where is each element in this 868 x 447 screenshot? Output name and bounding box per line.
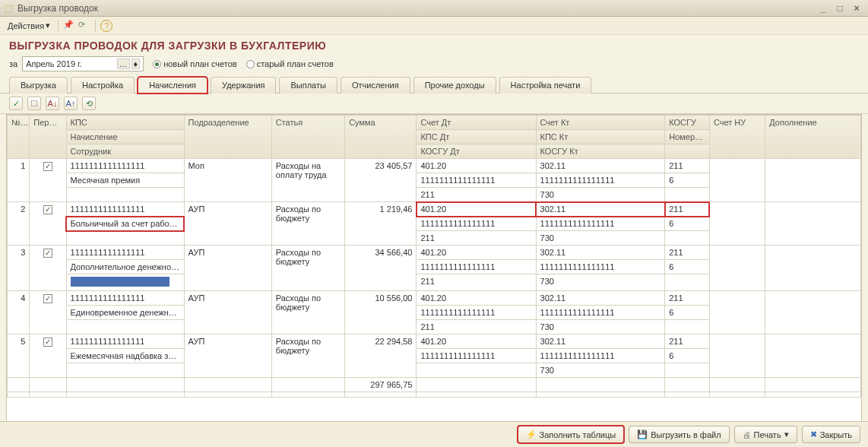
refresh-icon[interactable]: ⟳ — [78, 20, 90, 32]
tab-deductions[interactable]: Удержания — [211, 77, 276, 94]
tab-other-income[interactable]: Прочие доходы — [413, 77, 496, 94]
table-row[interactable]: 1 1111111111111111 Моп Расходы на оплату… — [8, 159, 861, 173]
tab-allocations[interactable]: Отчисления — [341, 77, 410, 94]
cell-kpsdt: 1111111111111111 — [417, 217, 536, 231]
save-icon: 💾 — [637, 430, 648, 439]
col-nomzh[interactable]: Номер журнала — [665, 130, 710, 144]
data-grid[interactable]: № п/п Перенос КПС Подразделение Статья С… — [6, 114, 862, 422]
cell-kt: 302.11 — [536, 159, 665, 173]
col-num[interactable]: № п/п — [8, 116, 30, 159]
col-kpsdt[interactable]: КПС Дт — [417, 130, 536, 144]
cell-nomzh: 6 — [665, 217, 710, 231]
cell-perenos[interactable] — [30, 246, 66, 291]
cell-nu — [709, 291, 765, 334]
cell-empty — [665, 274, 710, 291]
col-sotr[interactable]: Сотрудник — [66, 144, 184, 159]
radio-old-plan[interactable]: старый план счетов — [246, 59, 334, 68]
cell-pod: АУП — [184, 334, 271, 378]
cell-kpsdt: 1111111111111111 — [417, 349, 536, 363]
col-kt[interactable]: Счет Кт — [536, 116, 665, 130]
cell-kpsdt: 1111111111111111 — [417, 306, 536, 320]
help-icon[interactable]: ? — [100, 20, 112, 32]
uncheck-all-icon[interactable]: ☐ — [27, 97, 41, 110]
cell-kt: 302.11 — [536, 246, 665, 260]
table-toolbar: ✓ ☐ A↓ A↑ ⟲ — [0, 94, 868, 114]
cell-pod: АУП — [184, 291, 271, 334]
col-stat[interactable]: Статья — [271, 116, 344, 159]
radio-new-plan[interactable]: новый план счетов — [153, 59, 237, 68]
pin-icon[interactable]: 📌 — [63, 20, 75, 32]
window-title: Выгрузка проводок — [17, 3, 98, 14]
cell-nach: Единовременное денежное... — [66, 306, 184, 320]
col-podr[interactable]: Подразделение — [184, 116, 271, 159]
cell-dop — [765, 159, 861, 202]
cell-dop — [765, 246, 861, 291]
cell-kosgukt: 730 — [536, 363, 665, 378]
cell-kps: 1111111111111111 — [66, 159, 184, 173]
cell-dop — [765, 291, 861, 334]
close-window-button[interactable]: × — [850, 3, 863, 14]
cell-dt: 401.20 — [417, 159, 536, 173]
actions-menu[interactable]: Действия ▾ — [5, 19, 53, 32]
cell-perenos[interactable] — [30, 159, 66, 202]
cell-nach: Ежемесячная надбавка за ... — [66, 349, 184, 363]
cell-dt: 401.20 — [417, 334, 536, 349]
cell-nomzh: 6 — [665, 173, 710, 188]
minimize-button[interactable]: _ — [816, 3, 830, 14]
tab-export[interactable]: Выгрузка — [9, 77, 68, 94]
table-row[interactable]: 3 1111111111111111 АУП Расходы по бюджет… — [8, 246, 861, 260]
cell-kosgukt: 730 — [536, 320, 665, 334]
fill-tables-button[interactable]: ⚡ Заполнить таблицы — [518, 426, 625, 443]
print-button[interactable]: 🖨 Печать ▾ — [734, 426, 797, 443]
col-kpskt[interactable]: КПС Кт — [536, 130, 665, 144]
cell-nach: Больничный за счет работо... — [66, 217, 184, 231]
col-nu[interactable]: Счет НУ — [709, 116, 765, 159]
cell-pod: АУП — [184, 202, 271, 246]
cell-perenos[interactable] — [30, 202, 66, 246]
check-all-icon[interactable]: ✓ — [9, 97, 23, 110]
period-input[interactable]: Апрель 2019 г. … ♦ — [22, 56, 144, 71]
col-kosgu[interactable]: КОСГУ — [665, 116, 710, 130]
col-kosgudt[interactable]: КОСГУ Дт — [417, 144, 536, 159]
cell-kps: 1111111111111111 — [66, 202, 184, 217]
cell-kt: 302.11 — [536, 334, 665, 349]
col-sum[interactable]: Сумма — [345, 116, 417, 159]
col-perenos[interactable]: Перенос — [30, 116, 66, 159]
checkbox-icon — [43, 294, 52, 303]
close-icon: ✖ — [810, 430, 817, 439]
sort-asc-icon[interactable]: A↓ — [46, 97, 59, 110]
col-dop[interactable]: Дополнение — [765, 116, 861, 159]
table-row[interactable]: 5 1111111111111111 АУП Расходы по бюджет… — [8, 334, 861, 349]
cell-num: 5 — [8, 334, 30, 378]
cell-sotr — [66, 274, 184, 291]
cell-sum: 23 405,57 — [345, 159, 417, 202]
cell-perenos[interactable] — [30, 291, 66, 334]
col-nach[interactable]: Начисление — [66, 130, 184, 144]
cell-perenos[interactable] — [30, 334, 66, 378]
cell-kosgu: 211 — [665, 159, 710, 173]
cell-kpskt: 1111111111111111 — [536, 260, 665, 274]
cell-empty — [665, 231, 710, 246]
refresh-table-icon[interactable]: ⟲ — [82, 97, 96, 110]
tab-payments[interactable]: Выплаты — [279, 77, 337, 94]
period-spinner-icon[interactable]: ♦ — [131, 59, 141, 69]
export-file-button[interactable]: 💾 Выгрузить в файл — [629, 426, 729, 443]
table-row[interactable]: 4 1111111111111111 АУП Расходы по бюджет… — [8, 291, 861, 306]
col-dt[interactable]: Счет Дт — [417, 116, 536, 130]
close-button[interactable]: ✖ Закрыть — [802, 426, 860, 443]
chevron-down-icon: ▾ — [784, 430, 789, 439]
cell-nomzh: 6 — [665, 306, 710, 320]
col-kosgukt[interactable]: КОСГУ Кт — [536, 144, 665, 159]
tab-print-settings[interactable]: Настройка печати — [499, 77, 592, 94]
sort-desc-icon[interactable]: A↑ — [64, 97, 78, 110]
tab-accruals[interactable]: Начисления — [138, 77, 207, 94]
col-kps[interactable]: КПС — [66, 116, 184, 130]
cell-kps: 1111111111111111 — [66, 291, 184, 306]
maximize-button[interactable]: □ — [833, 3, 847, 14]
table-row[interactable]: 2 1111111111111111 АУП Расходы по бюджет… — [8, 202, 861, 217]
period-row: за Апрель 2019 г. … ♦ новый план счетов … — [0, 55, 868, 76]
checkbox-icon — [43, 249, 52, 258]
period-ellipsis-icon[interactable]: … — [117, 59, 130, 69]
cell-sotr — [66, 320, 184, 334]
tab-settings[interactable]: Настройка — [71, 77, 135, 94]
